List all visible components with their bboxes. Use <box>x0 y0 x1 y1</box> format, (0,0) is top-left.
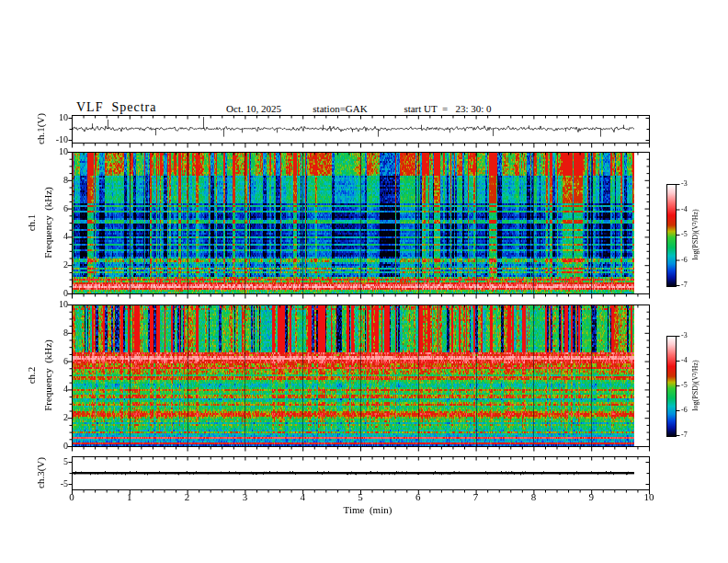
colorbar-tick-label: -5 <box>681 382 688 389</box>
ch3v-tick-label: 5 <box>63 457 68 466</box>
colorbar-tick-label: -7 <box>681 431 688 439</box>
x-tick-label: 7 <box>473 492 479 502</box>
x-tick-label: 8 <box>531 492 537 502</box>
x-tick-label: 0 <box>69 492 74 502</box>
freq-tick-label: 6 <box>63 357 68 366</box>
ch1-voltage-axis-label: ch.1(V) <box>36 113 46 144</box>
colorbar2-title: log(PSD)(V²/Hz) <box>692 360 700 410</box>
axes-frame <box>0 0 728 563</box>
freq-tick-label: 0 <box>63 442 68 451</box>
freq-tick-label: 8 <box>63 328 68 338</box>
ch1v-tick-label: 10 <box>59 113 68 122</box>
ch3-voltage-axis-label: ch.3(V) <box>36 457 46 488</box>
vlf-spectra-screen: VLF Spectra Oct. 10, 2025 station=GAK st… <box>0 0 728 563</box>
freq-tick-label: 8 <box>63 176 68 185</box>
colorbar-tick-label: -4 <box>681 357 688 364</box>
x-tick-label: 4 <box>300 492 305 502</box>
freq-tick-label: 10 <box>59 147 68 156</box>
freq-tick-label: 0 <box>63 289 68 298</box>
freq-tick-label: 10 <box>59 300 68 309</box>
x-axis-title: Time (min) <box>344 505 392 515</box>
colorbar-tick-label: -4 <box>681 206 688 213</box>
ch3v-tick-label: -5 <box>61 479 68 488</box>
freq-tick-label: 2 <box>63 413 68 422</box>
freq-tick-label: 2 <box>63 260 68 270</box>
colorbar-tick-label: -7 <box>681 282 688 289</box>
ch1-frequency-axis-label: Frequency (kHz) <box>43 187 53 259</box>
colorbar1-title: log(PSD)(V²/Hz) <box>692 209 700 259</box>
colorbar-tick-label: -6 <box>681 407 688 414</box>
x-tick-label: 9 <box>588 492 594 502</box>
colorbar-tick-label: -5 <box>681 231 688 238</box>
x-tick-label: 1 <box>127 492 132 502</box>
ch1-channel-label: ch.1 <box>27 214 37 232</box>
freq-tick-label: 4 <box>63 385 68 394</box>
x-tick-label: 6 <box>415 492 421 502</box>
x-tick-label: 5 <box>358 492 363 502</box>
colorbar-tick-label: -3 <box>681 180 688 188</box>
x-tick-label: 10 <box>644 492 654 502</box>
freq-tick-label: 6 <box>63 204 68 213</box>
colorbar-tick-label: -3 <box>681 332 688 339</box>
freq-tick-label: 4 <box>63 232 68 241</box>
ch1v-tick-label: -10 <box>56 135 68 144</box>
x-tick-label: 2 <box>185 492 190 502</box>
ch2-channel-label: ch.2 <box>27 367 37 385</box>
x-tick-label: 3 <box>243 492 248 502</box>
ch2-frequency-axis-label: Frequency (kHz) <box>43 339 53 411</box>
colorbar-tick-label: -6 <box>681 257 688 264</box>
